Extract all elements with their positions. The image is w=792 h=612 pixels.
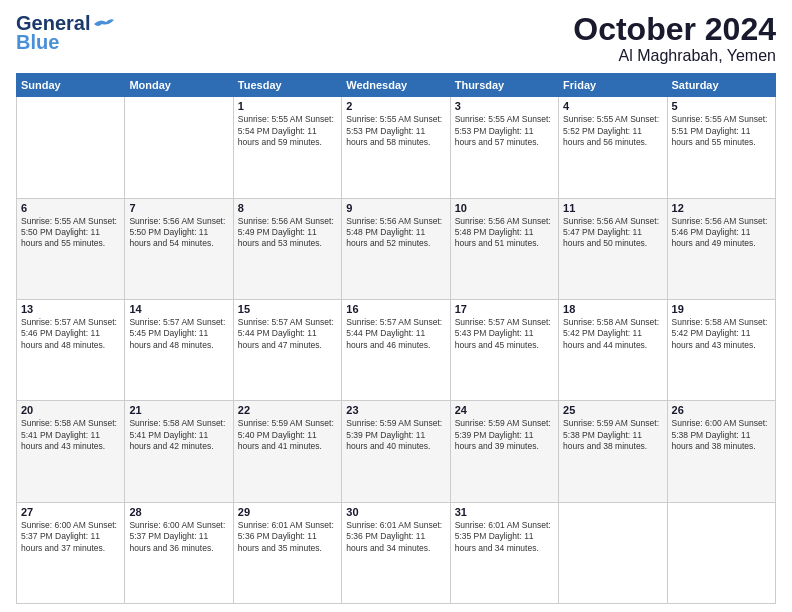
header: General Blue October 2024 Al Maghrabah, … [16, 12, 776, 65]
day-number: 1 [238, 100, 337, 112]
header-tuesday: Tuesday [233, 74, 341, 97]
day-number: 13 [21, 303, 120, 315]
table-row: 8Sunrise: 5:56 AM Sunset: 5:49 PM Daylig… [233, 198, 341, 299]
day-content: Sunrise: 5:59 AM Sunset: 5:39 PM Dayligh… [455, 418, 554, 452]
day-content: Sunrise: 6:00 AM Sunset: 5:37 PM Dayligh… [21, 520, 120, 554]
day-number: 9 [346, 202, 445, 214]
table-row: 7Sunrise: 5:56 AM Sunset: 5:50 PM Daylig… [125, 198, 233, 299]
day-number: 5 [672, 100, 771, 112]
title-block: October 2024 Al Maghrabah, Yemen [573, 12, 776, 65]
day-number: 20 [21, 404, 120, 416]
table-row: 17Sunrise: 5:57 AM Sunset: 5:43 PM Dayli… [450, 299, 558, 400]
day-number: 12 [672, 202, 771, 214]
day-content: Sunrise: 6:00 AM Sunset: 5:38 PM Dayligh… [672, 418, 771, 452]
day-number: 24 [455, 404, 554, 416]
day-number: 28 [129, 506, 228, 518]
day-content: Sunrise: 5:57 AM Sunset: 5:44 PM Dayligh… [346, 317, 445, 351]
table-row: 31Sunrise: 6:01 AM Sunset: 5:35 PM Dayli… [450, 502, 558, 603]
day-content: Sunrise: 5:56 AM Sunset: 5:49 PM Dayligh… [238, 216, 337, 250]
table-row: 9Sunrise: 5:56 AM Sunset: 5:48 PM Daylig… [342, 198, 450, 299]
day-content: Sunrise: 5:59 AM Sunset: 5:38 PM Dayligh… [563, 418, 662, 452]
day-content: Sunrise: 5:56 AM Sunset: 5:46 PM Dayligh… [672, 216, 771, 250]
day-content: Sunrise: 5:55 AM Sunset: 5:54 PM Dayligh… [238, 114, 337, 148]
day-number: 7 [129, 202, 228, 214]
calendar-table: Sunday Monday Tuesday Wednesday Thursday… [16, 73, 776, 604]
table-row: 28Sunrise: 6:00 AM Sunset: 5:37 PM Dayli… [125, 502, 233, 603]
header-wednesday: Wednesday [342, 74, 450, 97]
table-row: 15Sunrise: 5:57 AM Sunset: 5:44 PM Dayli… [233, 299, 341, 400]
day-number: 4 [563, 100, 662, 112]
day-content: Sunrise: 5:58 AM Sunset: 5:41 PM Dayligh… [21, 418, 120, 452]
table-row: 23Sunrise: 5:59 AM Sunset: 5:39 PM Dayli… [342, 401, 450, 502]
table-row: 19Sunrise: 5:58 AM Sunset: 5:42 PM Dayli… [667, 299, 775, 400]
day-content: Sunrise: 5:56 AM Sunset: 5:47 PM Dayligh… [563, 216, 662, 250]
table-row: 11Sunrise: 5:56 AM Sunset: 5:47 PM Dayli… [559, 198, 667, 299]
table-row: 16Sunrise: 5:57 AM Sunset: 5:44 PM Dayli… [342, 299, 450, 400]
day-number: 3 [455, 100, 554, 112]
day-number: 18 [563, 303, 662, 315]
day-content: Sunrise: 6:01 AM Sunset: 5:36 PM Dayligh… [238, 520, 337, 554]
table-row [667, 502, 775, 603]
table-row: 4Sunrise: 5:55 AM Sunset: 5:52 PM Daylig… [559, 97, 667, 198]
table-row: 20Sunrise: 5:58 AM Sunset: 5:41 PM Dayli… [17, 401, 125, 502]
table-row: 1Sunrise: 5:55 AM Sunset: 5:54 PM Daylig… [233, 97, 341, 198]
day-content: Sunrise: 5:59 AM Sunset: 5:40 PM Dayligh… [238, 418, 337, 452]
day-number: 27 [21, 506, 120, 518]
table-row: 2Sunrise: 5:55 AM Sunset: 5:53 PM Daylig… [342, 97, 450, 198]
day-content: Sunrise: 5:55 AM Sunset: 5:50 PM Dayligh… [21, 216, 120, 250]
day-number: 19 [672, 303, 771, 315]
day-number: 2 [346, 100, 445, 112]
header-monday: Monday [125, 74, 233, 97]
table-row: 25Sunrise: 5:59 AM Sunset: 5:38 PM Dayli… [559, 401, 667, 502]
table-row: 3Sunrise: 5:55 AM Sunset: 5:53 PM Daylig… [450, 97, 558, 198]
day-number: 23 [346, 404, 445, 416]
day-number: 8 [238, 202, 337, 214]
day-content: Sunrise: 5:57 AM Sunset: 5:46 PM Dayligh… [21, 317, 120, 351]
day-content: Sunrise: 5:57 AM Sunset: 5:43 PM Dayligh… [455, 317, 554, 351]
day-content: Sunrise: 5:56 AM Sunset: 5:50 PM Dayligh… [129, 216, 228, 250]
day-number: 16 [346, 303, 445, 315]
day-content: Sunrise: 5:57 AM Sunset: 5:44 PM Dayligh… [238, 317, 337, 351]
day-number: 15 [238, 303, 337, 315]
table-row: 22Sunrise: 5:59 AM Sunset: 5:40 PM Dayli… [233, 401, 341, 502]
day-number: 22 [238, 404, 337, 416]
logo: General Blue [16, 12, 114, 54]
table-row: 18Sunrise: 5:58 AM Sunset: 5:42 PM Dayli… [559, 299, 667, 400]
day-content: Sunrise: 5:57 AM Sunset: 5:45 PM Dayligh… [129, 317, 228, 351]
day-content: Sunrise: 5:58 AM Sunset: 5:41 PM Dayligh… [129, 418, 228, 452]
day-number: 14 [129, 303, 228, 315]
day-number: 30 [346, 506, 445, 518]
table-row: 14Sunrise: 5:57 AM Sunset: 5:45 PM Dayli… [125, 299, 233, 400]
day-content: Sunrise: 6:00 AM Sunset: 5:37 PM Dayligh… [129, 520, 228, 554]
day-number: 6 [21, 202, 120, 214]
calendar-week-row: 6Sunrise: 5:55 AM Sunset: 5:50 PM Daylig… [17, 198, 776, 299]
day-number: 21 [129, 404, 228, 416]
day-content: Sunrise: 6:01 AM Sunset: 5:35 PM Dayligh… [455, 520, 554, 554]
table-row: 10Sunrise: 5:56 AM Sunset: 5:48 PM Dayli… [450, 198, 558, 299]
day-number: 11 [563, 202, 662, 214]
table-row: 6Sunrise: 5:55 AM Sunset: 5:50 PM Daylig… [17, 198, 125, 299]
day-content: Sunrise: 5:59 AM Sunset: 5:39 PM Dayligh… [346, 418, 445, 452]
day-content: Sunrise: 5:55 AM Sunset: 5:53 PM Dayligh… [346, 114, 445, 148]
page-container: General Blue October 2024 Al Maghrabah, … [0, 0, 792, 612]
table-row: 27Sunrise: 6:00 AM Sunset: 5:37 PM Dayli… [17, 502, 125, 603]
day-content: Sunrise: 5:55 AM Sunset: 5:51 PM Dayligh… [672, 114, 771, 148]
day-number: 10 [455, 202, 554, 214]
calendar-week-row: 20Sunrise: 5:58 AM Sunset: 5:41 PM Dayli… [17, 401, 776, 502]
logo-blue: Blue [16, 31, 59, 54]
header-friday: Friday [559, 74, 667, 97]
day-content: Sunrise: 5:58 AM Sunset: 5:42 PM Dayligh… [563, 317, 662, 351]
logo-bird-icon [92, 16, 114, 32]
calendar-week-row: 1Sunrise: 5:55 AM Sunset: 5:54 PM Daylig… [17, 97, 776, 198]
header-sunday: Sunday [17, 74, 125, 97]
table-row [17, 97, 125, 198]
day-number: 25 [563, 404, 662, 416]
day-content: Sunrise: 5:58 AM Sunset: 5:42 PM Dayligh… [672, 317, 771, 351]
calendar-week-row: 27Sunrise: 6:00 AM Sunset: 5:37 PM Dayli… [17, 502, 776, 603]
day-number: 26 [672, 404, 771, 416]
day-number: 31 [455, 506, 554, 518]
table-row: 21Sunrise: 5:58 AM Sunset: 5:41 PM Dayli… [125, 401, 233, 502]
calendar-header-row: Sunday Monday Tuesday Wednesday Thursday… [17, 74, 776, 97]
table-row: 30Sunrise: 6:01 AM Sunset: 5:36 PM Dayli… [342, 502, 450, 603]
day-content: Sunrise: 6:01 AM Sunset: 5:36 PM Dayligh… [346, 520, 445, 554]
